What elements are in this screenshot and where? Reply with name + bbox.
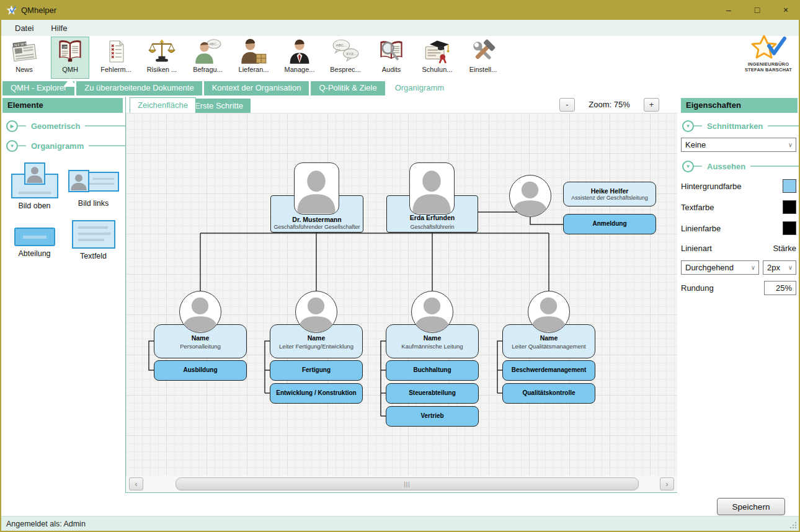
- thickness-label: Stärke: [773, 244, 796, 253]
- org-dept[interactable]: Fertigung: [270, 360, 363, 381]
- org-dept[interactable]: Ausbildung: [154, 360, 247, 381]
- zoom-in-button[interactable]: +: [644, 98, 659, 112]
- person-photo-placeholder: [295, 291, 337, 333]
- rounding-input[interactable]: 25%: [764, 281, 796, 295]
- section-label: Schnittmarken: [707, 122, 763, 131]
- drawing-canvas[interactable]: Dr. Mustermann Geschäftsführender Gesell…: [126, 113, 677, 476]
- window-title: QMhelper: [21, 6, 56, 15]
- section-aussehen[interactable]: ▼ Aussehen: [682, 159, 800, 173]
- resize-grip[interactable]: [789, 521, 797, 529]
- zoom-out-button[interactable]: -: [559, 98, 575, 112]
- chevron-down-icon: ∨: [788, 264, 793, 271]
- node-name: Name: [192, 334, 210, 342]
- toolbar-item-news[interactable]: NEWS News: [5, 37, 43, 79]
- save-button[interactable]: Speichern: [717, 498, 785, 515]
- org-dept[interactable]: Buchhaltung: [386, 360, 479, 381]
- chevron-right-icon: ▶: [6, 120, 18, 132]
- scroll-right-button[interactable]: ›: [660, 477, 674, 490]
- svg-text:XYZ...: XYZ...: [346, 52, 357, 56]
- tab-q-politik-ziele[interactable]: Q-Politik & Ziele: [311, 81, 384, 95]
- toolbar-item-audits[interactable]: Audits: [372, 37, 411, 79]
- close-button[interactable]: ×: [771, 0, 800, 20]
- toolbar-item-einstellungen[interactable]: Einstell...: [464, 37, 502, 79]
- line-style-select[interactable]: Durchgehend ∨: [681, 260, 759, 275]
- scrollbar-thumb[interactable]: |||: [176, 477, 639, 490]
- menu-hilfe[interactable]: Hilfe: [42, 21, 76, 35]
- abteilung-thumbnail-icon: [14, 228, 55, 246]
- menu-bar: Datei Hilfe: [1, 20, 799, 36]
- manager-person-icon: [286, 37, 313, 66]
- person-photo-placeholder: [509, 175, 551, 217]
- section-organigramm[interactable]: ▼ Organigramm: [6, 139, 125, 153]
- schnittmarken-select[interactable]: Keine ∨: [681, 138, 796, 152]
- toolbar-item-besprechungen[interactable]: ABC... XYZ... Besprec...: [326, 37, 365, 79]
- toolbar-label: Fehlerm...: [100, 66, 131, 73]
- text-color-label: Textfarbe: [681, 203, 714, 212]
- toolbar-item-qmh[interactable]: QM QMH: [51, 37, 89, 79]
- bild-links-thumbnail-icon: [68, 169, 119, 196]
- toolbar-label: Befragu...: [193, 66, 223, 73]
- org-node-assistant[interactable]: Heike Helfer Assistenz der Geschäftsleit…: [563, 182, 656, 206]
- org-dept[interactable]: Steuerabteilung: [386, 383, 479, 404]
- toolbar-item-fehlermeldungen[interactable]: Fehlerm...: [97, 37, 135, 79]
- logo-line2: STEFAN BARSCHAT: [742, 68, 795, 73]
- line-style-label: Linienart: [681, 244, 712, 253]
- elements-panel: Elemente ▶ Geometrisch ▼ Organigramm: [2, 97, 125, 494]
- tab-kontext-der-organisation[interactable]: Kontext der Organisation: [204, 81, 309, 95]
- org-dept[interactable]: Entwicklung / Konstruktion: [270, 383, 363, 404]
- selected-tool-notch: [63, 78, 77, 87]
- properties-panel-title: Eigenschaften: [681, 98, 798, 113]
- section-label: Geometrisch: [31, 122, 80, 131]
- toolbar-label: Lieferan...: [239, 66, 269, 73]
- chevron-down-icon: ▼: [6, 140, 18, 152]
- org-dept[interactable]: Beschwerdemanagement: [502, 360, 595, 381]
- node-name: Name: [424, 334, 442, 342]
- toolbar-item-schulungen[interactable]: Schulun...: [418, 37, 456, 79]
- app-star-icon: [6, 5, 17, 16]
- section-geometrisch[interactable]: ▶ Geometrisch: [6, 119, 125, 133]
- tab-zeichenflaeche[interactable]: Zeichenfläche: [130, 97, 196, 113]
- minimize-button[interactable]: –: [714, 0, 743, 20]
- element-textfeld[interactable]: Textfeld: [64, 219, 123, 260]
- toolbar-item-management[interactable]: Manage...: [280, 37, 319, 79]
- zoom-level-label: Zoom: 75%: [577, 100, 641, 109]
- toolbar-item-lieferanten[interactable]: Lieferan...: [234, 37, 273, 79]
- org-dept-anmeldung[interactable]: Anmeldung: [563, 214, 656, 234]
- element-bild-oben[interactable]: Bild oben: [5, 162, 64, 210]
- app-window: QMhelper – □ × Datei Hilfe NEWS: [0, 0, 800, 532]
- element-bild-links[interactable]: Bild links: [64, 162, 123, 210]
- org-dept[interactable]: Vertrieb: [386, 406, 479, 427]
- toolbar-label: Schulun...: [422, 66, 453, 73]
- node-name: Name: [308, 334, 326, 342]
- maximize-button[interactable]: □: [743, 0, 771, 20]
- person-photo-placeholder: [294, 162, 339, 215]
- tab-zu-ueberarbeitende-dokumente[interactable]: Zu überarbeitende Dokumente: [76, 81, 202, 95]
- tab-erste-schritte[interactable]: Erste Schritte: [187, 99, 251, 113]
- node-role: Geschäftsführender Gesellschafter: [273, 224, 360, 230]
- horizontal-scrollbar: ‹ ||| ›: [126, 476, 677, 492]
- text-color-swatch[interactable]: [783, 200, 796, 214]
- scroll-left-button[interactable]: ‹: [129, 477, 143, 490]
- toolbar-item-befragungen[interactable]: ABC... Befragu...: [189, 37, 227, 79]
- survey-person-icon: ABC...: [194, 37, 221, 66]
- title-bar: QMhelper – □ ×: [0, 0, 800, 20]
- element-label: Abteilung: [18, 249, 50, 258]
- line-color-swatch[interactable]: [783, 221, 796, 235]
- meeting-bubbles-icon: ABC... XYZ...: [332, 37, 359, 66]
- org-dept[interactable]: Qualitätskontrolle: [502, 383, 595, 404]
- tab-organigramm[interactable]: Organigramm: [387, 80, 452, 95]
- element-abteilung[interactable]: Abteilung: [5, 219, 64, 260]
- toolbar-label: Risiken ...: [147, 66, 177, 73]
- toolbar-item-risiken[interactable]: Risiken ...: [143, 37, 181, 79]
- main-tab-bar: QMH - Explorer Zu überarbeitende Dokumen…: [2, 81, 798, 97]
- menu-datei[interactable]: Datei: [6, 21, 42, 35]
- toolbar-label: QMH: [62, 66, 78, 73]
- node-role: Geschäftsführerin: [410, 224, 454, 230]
- background-color-label: Hintergrundfarbe: [681, 182, 742, 191]
- section-schnittmarken[interactable]: ▼ Schnittmarken: [682, 119, 800, 133]
- background-color-swatch[interactable]: [783, 179, 796, 193]
- svg-text:ABC...: ABC...: [336, 43, 347, 47]
- thickness-select[interactable]: 2px ∨: [763, 260, 796, 275]
- node-name: Name: [540, 334, 558, 342]
- node-name: Erda Erfunden: [410, 214, 455, 222]
